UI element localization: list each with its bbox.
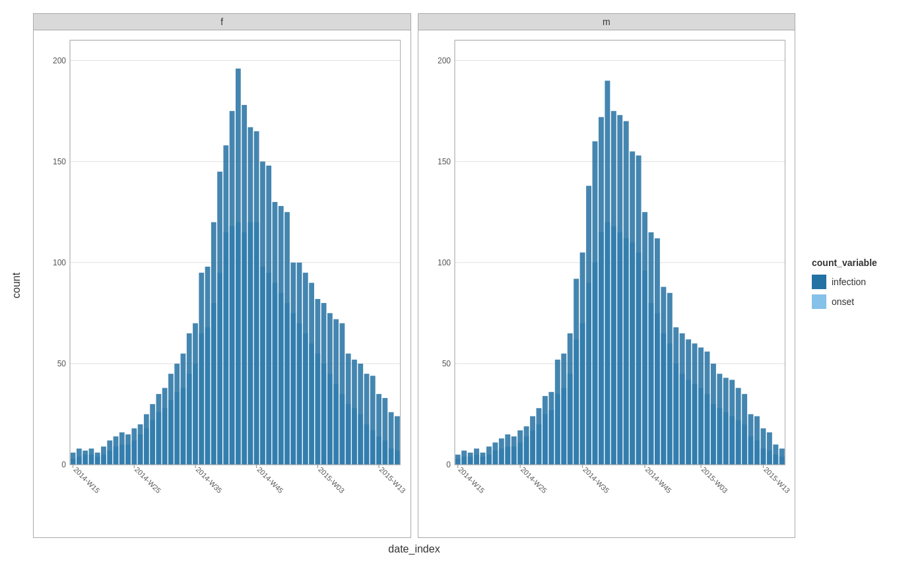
svg-rect-196 — [610, 111, 616, 465]
svg-rect-79 — [273, 202, 278, 465]
svg-rect-117 — [389, 412, 394, 465]
svg-rect-63 — [223, 145, 228, 465]
svg-rect-146 — [455, 455, 460, 465]
plot-area-m: 0501001502002014-W152014-W252014-W352014… — [418, 30, 795, 537]
svg-rect-41 — [156, 394, 162, 465]
svg-rect-246 — [766, 432, 772, 465]
svg-rect-95 — [321, 303, 327, 465]
svg-rect-19 — [89, 449, 94, 465]
svg-rect-65 — [230, 111, 235, 465]
plot-svg-m: 0501001502002014-W152014-W252014-W352014… — [418, 30, 795, 537]
svg-rect-240 — [748, 414, 753, 465]
svg-rect-55 — [199, 273, 204, 465]
svg-rect-53 — [193, 323, 198, 465]
svg-rect-97 — [327, 313, 333, 465]
legend-item-onset: onset — [812, 294, 911, 309]
panels-row: f 0501001502002014-W152014-W252014-W3520… — [30, 13, 799, 538]
svg-rect-99 — [333, 319, 339, 465]
svg-rect-39 — [150, 404, 155, 465]
svg-rect-156 — [486, 446, 491, 465]
svg-rect-180 — [561, 354, 566, 465]
svg-rect-148 — [461, 451, 467, 465]
svg-rect-13 — [71, 453, 76, 465]
svg-text:150: 150 — [437, 157, 450, 166]
svg-rect-69 — [242, 105, 247, 465]
svg-rect-103 — [346, 354, 351, 465]
panel-m: m 0501001502002014-W152014-W252014-W3520… — [418, 13, 796, 538]
svg-rect-71 — [248, 127, 253, 465]
svg-rect-29 — [119, 432, 125, 465]
svg-rect-51 — [187, 333, 192, 465]
panel-f-header: f — [34, 14, 411, 30]
svg-text:50: 50 — [57, 359, 67, 368]
svg-rect-238 — [742, 394, 747, 465]
svg-rect-186 — [579, 253, 585, 465]
svg-rect-85 — [290, 263, 296, 465]
svg-rect-224 — [698, 347, 704, 465]
svg-rect-45 — [168, 374, 174, 465]
svg-rect-150 — [467, 453, 473, 465]
svg-rect-232 — [723, 378, 728, 465]
svg-rect-164 — [511, 436, 516, 465]
svg-text:0: 0 — [446, 460, 451, 469]
svg-text:200: 200 — [437, 56, 450, 65]
svg-text:50: 50 — [442, 359, 451, 368]
svg-rect-222 — [692, 343, 697, 465]
svg-rect-198 — [617, 115, 622, 465]
svg-rect-115 — [382, 398, 387, 465]
x-axis-label: date_index — [30, 543, 799, 555]
plot-svg-f: 0501001502002014-W152014-W252014-W352014… — [34, 30, 411, 537]
svg-rect-206 — [642, 212, 647, 465]
svg-rect-188 — [586, 185, 591, 465]
svg-rect-184 — [574, 279, 579, 465]
legend-label-onset: onset — [832, 296, 854, 307]
svg-rect-228 — [710, 364, 715, 465]
panel-f: f 0501001502002014-W152014-W252014-W3520… — [33, 13, 411, 538]
svg-rect-176 — [548, 392, 554, 465]
svg-rect-154 — [480, 453, 485, 465]
svg-rect-109 — [364, 374, 370, 465]
svg-rect-35 — [138, 424, 143, 465]
svg-rect-166 — [517, 430, 523, 465]
svg-rect-75 — [260, 162, 265, 465]
svg-rect-37 — [144, 414, 149, 465]
svg-rect-59 — [211, 222, 216, 465]
svg-text:100: 100 — [53, 258, 66, 267]
svg-rect-93 — [315, 299, 320, 465]
svg-rect-27 — [114, 436, 119, 465]
chart-container: count f 0501001502002014-W152014-W252014… — [0, 0, 924, 571]
svg-rect-230 — [717, 374, 722, 465]
svg-text:0: 0 — [61, 460, 66, 469]
svg-rect-119 — [395, 417, 400, 465]
svg-rect-190 — [592, 141, 597, 465]
svg-rect-242 — [754, 417, 760, 465]
svg-rect-77 — [266, 166, 271, 465]
plot-area-f: 0501001502002014-W152014-W252014-W352014… — [34, 30, 411, 537]
svg-rect-17 — [82, 451, 88, 465]
svg-rect-174 — [542, 396, 547, 465]
svg-text:150: 150 — [53, 157, 66, 166]
svg-rect-244 — [760, 428, 766, 465]
svg-rect-192 — [598, 117, 603, 465]
svg-rect-49 — [181, 354, 186, 465]
svg-rect-168 — [523, 426, 529, 465]
svg-rect-105 — [352, 360, 357, 465]
svg-rect-172 — [536, 408, 541, 465]
svg-rect-87 — [297, 263, 302, 465]
svg-rect-160 — [498, 438, 504, 465]
legend-swatch-onset — [812, 294, 826, 309]
svg-rect-113 — [376, 394, 381, 465]
svg-rect-216 — [673, 327, 678, 465]
svg-rect-101 — [340, 323, 345, 465]
svg-rect-234 — [729, 380, 735, 465]
svg-rect-21 — [95, 453, 100, 465]
svg-rect-152 — [474, 449, 479, 465]
svg-rect-61 — [217, 172, 222, 465]
svg-rect-212 — [661, 287, 666, 465]
svg-rect-204 — [636, 156, 641, 465]
legend-title: count_variable — [812, 257, 911, 268]
svg-rect-83 — [284, 212, 290, 465]
svg-rect-248 — [773, 444, 778, 465]
svg-rect-158 — [492, 442, 498, 465]
svg-rect-194 — [605, 81, 610, 465]
